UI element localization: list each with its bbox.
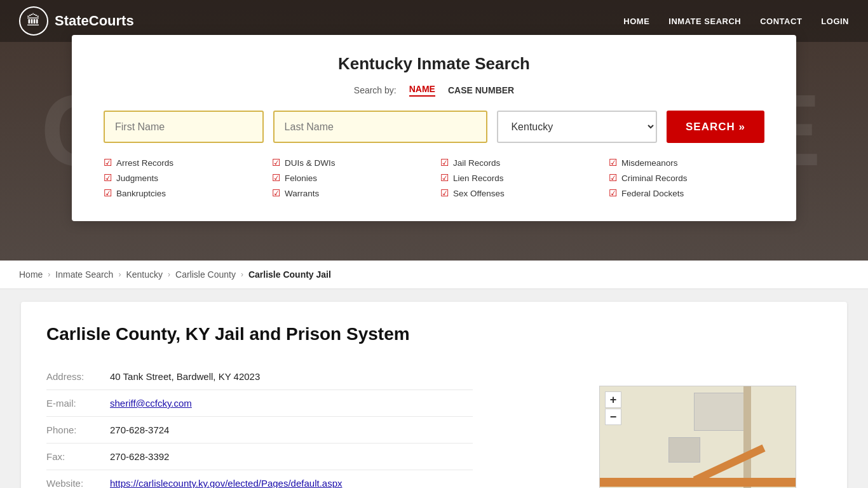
nav-inmate-search[interactable]: INMATE SEARCH	[668, 17, 741, 26]
value-phone: 270-628-3724	[110, 417, 473, 444]
breadcrumb: Home › Inmate Search › Kentucky › Carlis…	[0, 261, 868, 289]
check-label: Lien Records	[453, 173, 504, 183]
search-by-label: Search by:	[354, 85, 397, 95]
check-icon: ☑	[104, 157, 112, 168]
check-label: Felonies	[285, 173, 317, 183]
checkboxes-grid: ☑ Arrest Records ☑ DUIs & DWIs ☑ Jail Re…	[104, 157, 764, 199]
value-address: 40 Tank Street, Bardwell, KY 42023	[110, 363, 473, 390]
table-row: Fax: 270-628-3392	[46, 444, 473, 470]
table-row: Website: https://carlislecounty.ky.gov/e…	[46, 470, 473, 489]
website-link[interactable]: https://carlislecounty.ky.gov/elected/Pa…	[110, 478, 342, 488]
tab-name[interactable]: NAME	[409, 84, 435, 97]
info-table: Address: 40 Tank Street, Bardwell, KY 42…	[46, 363, 473, 488]
check-label: Jail Records	[453, 158, 500, 168]
check-icon: ☑	[272, 187, 280, 199]
breadcrumb-sep: ›	[118, 270, 121, 279]
map-building	[694, 393, 745, 431]
check-felonies: ☑ Felonies	[272, 172, 428, 184]
search-button[interactable]: SEARCH »	[667, 111, 764, 143]
content-title: Carlisle County, KY Jail and Prison Syst…	[46, 324, 822, 344]
check-icon: ☑	[272, 157, 280, 168]
map-area: + −	[599, 386, 796, 488]
nav-login[interactable]: LOGIN	[821, 17, 849, 26]
search-card-title: Kentucky Inmate Search	[104, 54, 764, 74]
check-label: Judgments	[116, 173, 158, 183]
check-judgments: ☑ Judgments	[104, 172, 259, 184]
check-label: Criminal Records	[621, 173, 688, 183]
check-label: DUIs & DWIs	[285, 158, 336, 168]
label-phone: Phone:	[46, 417, 110, 444]
map-zoom-in[interactable]: +	[605, 391, 621, 408]
check-jail-records: ☑ Jail Records	[440, 157, 596, 168]
breadcrumb-carlisle-county[interactable]: Carlisle County	[175, 269, 236, 280]
search-card: Kentucky Inmate Search Search by: NAME C…	[72, 35, 796, 221]
logo-icon: 🏛	[19, 6, 48, 36]
check-icon: ☑	[104, 187, 112, 199]
map-zoom-controls: + −	[605, 391, 621, 425]
navbar-links: HOME INMATE SEARCH CONTACT LOGIN	[623, 17, 849, 26]
check-arrest-records: ☑ Arrest Records	[104, 157, 259, 168]
check-icon: ☑	[440, 172, 449, 184]
check-label: Misdemeanors	[621, 158, 678, 168]
check-label: Warrants	[285, 189, 319, 198]
check-bankruptcies: ☑ Bankruptcies	[104, 187, 259, 199]
check-label: Federal Dockets	[621, 189, 684, 198]
logo[interactable]: 🏛 StateCourts	[19, 6, 134, 36]
content-card: Carlisle County, KY Jail and Prison Syst…	[21, 302, 847, 488]
breadcrumb-sep: ›	[241, 270, 243, 279]
check-sex-offenses: ☑ Sex Offenses	[440, 187, 596, 199]
hero-section: COURTHOUSE 🏛 StateCourts HOME INMATE SEA…	[0, 0, 868, 261]
check-icon: ☑	[609, 157, 617, 168]
check-label: Arrest Records	[116, 158, 173, 168]
check-misdemeanors: ☑ Misdemeanors	[609, 157, 764, 168]
breadcrumb-sep: ›	[168, 270, 170, 279]
check-label: Bankruptcies	[116, 189, 166, 198]
nav-contact[interactable]: CONTACT	[760, 17, 802, 26]
check-icon: ☑	[440, 187, 449, 199]
state-select[interactable]: Kentucky Alabama Alaska Arizona Arkansas…	[497, 111, 657, 143]
breadcrumb-sep: ›	[48, 270, 50, 279]
content-inner: Address: 40 Tank Street, Bardwell, KY 42…	[46, 363, 822, 488]
check-warrants: ☑ Warrants	[272, 187, 428, 199]
check-duis-dwis: ☑ DUIs & DWIs	[272, 157, 428, 168]
tab-case[interactable]: CASE NUMBER	[448, 85, 514, 95]
breadcrumb-inmate-search[interactable]: Inmate Search	[55, 269, 113, 280]
map-zoom-out[interactable]: −	[605, 409, 621, 425]
main-content: Carlisle County, KY Jail and Prison Syst…	[0, 289, 868, 488]
check-icon: ☑	[272, 172, 280, 184]
map-building	[668, 437, 700, 463]
map-road-v	[743, 386, 751, 488]
check-criminal-records: ☑ Criminal Records	[609, 172, 764, 184]
label-address: Address:	[46, 363, 110, 390]
value-fax: 270-628-3392	[110, 444, 473, 470]
logo-text: StateCourts	[55, 13, 134, 29]
search-inputs: Kentucky Alabama Alaska Arizona Arkansas…	[104, 111, 764, 143]
table-row: E-mail: sheriff@ccfcky.com	[46, 390, 473, 417]
check-icon: ☑	[440, 157, 449, 168]
table-row: Address: 40 Tank Street, Bardwell, KY 42…	[46, 363, 473, 390]
first-name-input[interactable]	[104, 111, 264, 143]
table-row: Phone: 270-628-3724	[46, 417, 473, 444]
check-lien-records: ☑ Lien Records	[440, 172, 596, 184]
label-fax: Fax:	[46, 444, 110, 470]
last-name-input[interactable]	[273, 111, 488, 143]
nav-home[interactable]: HOME	[623, 17, 649, 26]
check-federal-dockets: ☑ Federal Dockets	[609, 187, 764, 199]
check-icon: ☑	[609, 187, 617, 199]
value-email: sheriff@ccfcky.com	[110, 390, 473, 417]
value-website: https://carlislecounty.ky.gov/elected/Pa…	[110, 470, 473, 489]
check-icon: ☑	[104, 172, 112, 184]
label-email: E-mail:	[46, 390, 110, 417]
breadcrumb-current: Carlisle County Jail	[248, 269, 331, 280]
check-icon: ☑	[609, 172, 617, 184]
breadcrumb-kentucky[interactable]: Kentucky	[126, 269, 163, 280]
check-label: Sex Offenses	[453, 189, 505, 198]
search-by-row: Search by: NAME CASE NUMBER	[104, 84, 764, 97]
email-link[interactable]: sheriff@ccfcky.com	[110, 398, 192, 409]
label-website: Website:	[46, 470, 110, 489]
breadcrumb-home[interactable]: Home	[19, 269, 43, 280]
